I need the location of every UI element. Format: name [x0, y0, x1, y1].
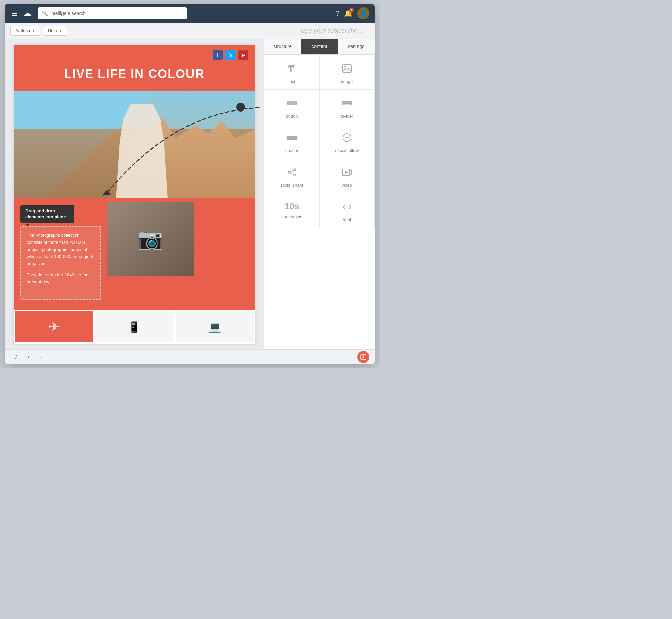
- social-share-element-icon: [287, 167, 297, 179]
- svg-rect-7: [342, 102, 352, 103]
- text-element-icon: T: [287, 63, 297, 76]
- element-html[interactable]: html: [320, 193, 374, 228]
- element-divider[interactable]: divider: [320, 90, 374, 124]
- element-social-share[interactable]: social share: [264, 159, 319, 193]
- social-follow-element-icon: [342, 132, 352, 145]
- spacer-element-icon: [287, 132, 297, 145]
- svg-point-14: [294, 169, 296, 171]
- divider-element-label: divider: [340, 114, 353, 119]
- bottom-toolbar: ↺ ‹ ›: [5, 349, 375, 364]
- help-chevron-icon: ▼: [59, 29, 62, 33]
- social-share-element-label: social share: [280, 183, 303, 188]
- export-button[interactable]: [357, 351, 369, 363]
- right-panel: structure content settings T text: [264, 39, 375, 349]
- main-area: f 𝕏 ▶ LIVE LIFE IN COLOUR: [5, 39, 375, 349]
- svg-rect-8: [342, 104, 352, 105]
- svg-rect-9: [287, 136, 297, 138]
- facebook-icon[interactable]: f: [213, 50, 223, 60]
- panel-tabs: structure content settings: [264, 39, 375, 55]
- youtube-icon[interactable]: ▶: [238, 50, 248, 60]
- element-social-follow[interactable]: social follow: [320, 124, 374, 159]
- back-button[interactable]: ‹: [25, 352, 32, 362]
- canvas-area: f 𝕏 ▶ LIVE LIFE IN COLOUR: [5, 39, 264, 349]
- dnd-section: Drag and drop elements into place The Ph…: [14, 198, 255, 310]
- element-text[interactable]: T text: [264, 55, 319, 89]
- tab-structure[interactable]: structure: [264, 39, 301, 54]
- toolbar: Actions ▼ Help ▼ type your subject line.…: [5, 23, 375, 39]
- undo-button[interactable]: ↺: [10, 352, 21, 362]
- bottom-card-2: 📱: [95, 311, 173, 342]
- video-element-icon: [342, 167, 352, 179]
- html-element-icon: [342, 202, 352, 214]
- html-element-label: html: [343, 217, 351, 222]
- email-builder: f 𝕏 ▶ LIVE LIFE IN COLOUR: [13, 44, 255, 344]
- divider-element-icon: [342, 98, 352, 110]
- subject-line-input[interactable]: type your subject line...: [301, 27, 369, 34]
- menu-icon[interactable]: ☰: [10, 8, 19, 19]
- photo-collage: 📷: [107, 202, 194, 276]
- button-element-icon: [287, 98, 297, 110]
- topbar: ☰ ☁ 🔍 ? 🔔 4 👤: [5, 4, 375, 23]
- svg-rect-4: [343, 65, 351, 72]
- svg-point-5: [344, 66, 346, 68]
- bottom-card-1: ✈: [15, 311, 93, 342]
- user-avatar[interactable]: 👤: [357, 7, 369, 19]
- hero-section: LIVE LIFE IN COLOUR: [14, 60, 255, 91]
- tab-content[interactable]: content: [301, 39, 338, 54]
- svg-rect-6: [288, 101, 296, 105]
- logo-icon: ☁: [23, 9, 31, 18]
- tab-settings[interactable]: settings: [338, 39, 375, 54]
- button-element-label: button: [286, 114, 298, 119]
- app-window: ☰ ☁ 🔍 ? 🔔 4 👤 Actions ▼ Help ▼ type your…: [5, 4, 375, 364]
- element-video[interactable]: video: [320, 159, 374, 193]
- drag-bullet: [236, 103, 245, 112]
- search-icon: 🔍: [42, 11, 48, 16]
- hero-image-placeholder: [14, 91, 255, 198]
- twitter-icon[interactable]: 𝕏: [225, 50, 236, 60]
- export-icon: [360, 354, 366, 360]
- svg-point-16: [288, 171, 290, 173]
- image-element-label: image: [341, 79, 353, 84]
- actions-chevron-icon: ▼: [32, 29, 35, 33]
- notification-badge: 4: [349, 8, 354, 13]
- search-box: 🔍: [38, 7, 187, 19]
- tooltip-box: Drag and drop elements into place: [20, 205, 74, 223]
- help-dropdown-button[interactable]: Help ▼: [43, 26, 68, 36]
- help-button[interactable]: ?: [336, 10, 339, 17]
- element-spacer[interactable]: spacer: [264, 124, 319, 159]
- drop-zone[interactable]: The Photographs collection consists of m…: [20, 226, 101, 300]
- forward-button[interactable]: ›: [36, 352, 44, 362]
- hero-title: LIVE LIFE IN COLOUR: [27, 67, 242, 81]
- svg-marker-20: [345, 171, 348, 174]
- notifications-button[interactable]: 🔔 4: [344, 9, 352, 17]
- text-element-label: text: [288, 79, 295, 84]
- actions-button[interactable]: Actions ▼: [10, 26, 40, 36]
- bottom-section: ✈ 📱 💻: [14, 310, 255, 344]
- element-countdown[interactable]: 10s countdown: [264, 193, 319, 228]
- search-input[interactable]: [50, 11, 183, 16]
- element-image[interactable]: image: [320, 55, 374, 89]
- topbar-actions: ? 🔔 4 👤: [336, 7, 369, 19]
- countdown-element-label: countdown: [281, 214, 302, 219]
- email-header: f 𝕏 ▶: [14, 45, 255, 60]
- elements-grid: T text image button: [264, 55, 375, 228]
- svg-point-15: [294, 174, 296, 176]
- social-follow-element-label: social follow: [335, 148, 359, 153]
- spacer-element-label: spacer: [285, 148, 298, 153]
- hero-image: [14, 91, 255, 198]
- svg-line-17: [290, 170, 294, 172]
- body-text-1: The Photographs collection consists of m…: [27, 232, 95, 267]
- svg-line-18: [290, 173, 294, 175]
- bottom-card-3: 💻: [176, 311, 254, 342]
- video-element-label: video: [342, 183, 352, 188]
- countdown-element-icon: 10s: [285, 202, 299, 211]
- svg-rect-10: [287, 138, 297, 140]
- image-element-icon: [342, 63, 352, 76]
- element-button[interactable]: button: [264, 90, 319, 124]
- body-text-2: They date from the 1840s to the present …: [27, 272, 95, 286]
